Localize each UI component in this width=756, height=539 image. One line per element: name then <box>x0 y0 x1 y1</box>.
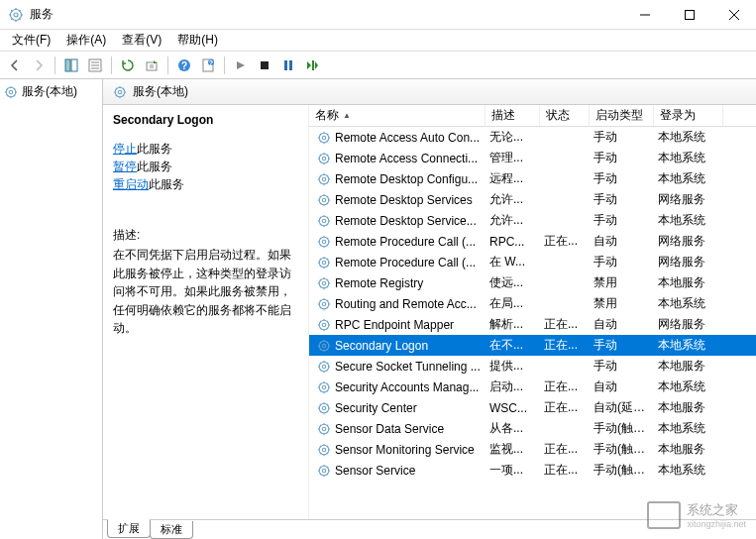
minimize-button[interactable] <box>622 0 667 29</box>
gear-icon <box>317 131 331 145</box>
column-name[interactable]: 名称▲ <box>309 105 486 126</box>
table-row[interactable]: Remote Procedure Call (...在 W...手动网络服务 <box>309 252 756 272</box>
service-name: Sensor Monitoring Service <box>335 443 475 457</box>
service-name: Remote Access Auto Con... <box>335 131 480 145</box>
table-row[interactable]: Secondary Logon在不...正在...手动本地系统 <box>309 335 756 356</box>
export-button[interactable] <box>141 54 162 76</box>
table-row[interactable]: Remote Procedure Call (...RPC...正在...自动网… <box>309 231 756 252</box>
svg-text:?: ? <box>209 59 213 66</box>
svg-rect-6 <box>147 62 157 70</box>
svg-rect-12 <box>284 60 287 70</box>
list-header: 服务(本地) <box>103 79 756 105</box>
stop-link[interactable]: 停止 <box>113 142 137 156</box>
gear-icon <box>317 443 331 457</box>
service-start-type: 手动 <box>590 191 654 208</box>
table-row[interactable]: Remote Desktop Service...允许...手动本地系统 <box>309 210 756 231</box>
tree-item-services-local[interactable]: 服务(本地) <box>0 81 102 102</box>
description-text: 在不同凭据下启用启动过程。如果此服务被停止，这种类型的登录访问将不可用。如果此服… <box>113 246 298 338</box>
service-logon-as: 本地系统 <box>654 337 723 354</box>
service-desc: 在不... <box>486 337 540 354</box>
service-start-type: 手动(触发... <box>590 420 654 437</box>
gear-icon <box>317 172 331 186</box>
service-name: Secondary Logon <box>335 339 428 353</box>
table-row[interactable]: Security Accounts Manag...启动...正在...自动本地… <box>309 377 756 397</box>
gear-icon <box>317 297 331 311</box>
watermark-logo-icon <box>647 501 681 529</box>
menubar: 文件(F) 操作(A) 查看(V) 帮助(H) <box>0 30 756 52</box>
menu-file[interactable]: 文件(F) <box>4 30 58 51</box>
maximize-button[interactable] <box>667 0 711 29</box>
table-row[interactable]: Remote Registry使远...禁用本地服务 <box>309 272 756 293</box>
service-logon-as: 网络服务 <box>654 254 723 270</box>
table-row[interactable]: Remote Desktop Configu...远程...手动本地系统 <box>309 168 756 189</box>
menu-action[interactable]: 操作(A) <box>58 30 114 51</box>
help-topic-button[interactable]: ? <box>197 54 219 76</box>
column-status[interactable]: 状态 <box>540 105 590 126</box>
gear-icon <box>317 256 331 270</box>
service-logon-as: 网络服务 <box>654 233 723 250</box>
tab-standard[interactable]: 标准 <box>150 521 193 539</box>
service-name: Remote Procedure Call (... <box>335 235 476 249</box>
table-row[interactable]: Security CenterWSC...正在...自动(延迟...本地服务 <box>309 397 756 418</box>
refresh-button[interactable] <box>117 54 139 76</box>
properties-button[interactable] <box>84 54 106 76</box>
watermark-text1: 系统之家 <box>687 501 746 519</box>
pause-service-button[interactable] <box>277 54 299 76</box>
service-start-type: 手动 <box>590 150 654 166</box>
column-headers: 名称▲ 描述 状态 启动类型 登录为 <box>309 105 756 127</box>
table-row[interactable]: RPC Endpoint Mapper解析...正在...自动网络服务 <box>309 314 756 335</box>
table-row[interactable]: Sensor Data Service从各...手动(触发...本地系统 <box>309 418 756 439</box>
menu-help[interactable]: 帮助(H) <box>169 30 226 51</box>
pause-link[interactable]: 暂停 <box>113 160 137 173</box>
table-row[interactable]: Remote Desktop Services允许...手动网络服务 <box>309 189 756 210</box>
help-button[interactable]: ? <box>173 54 195 76</box>
service-desc: 远程... <box>486 170 540 187</box>
service-logon-as: 本地服务 <box>654 274 723 291</box>
svg-text:?: ? <box>181 60 187 71</box>
service-desc: 一项... <box>486 462 540 479</box>
table-row[interactable]: Remote Access Auto Con...无论...手动本地系统 <box>309 127 756 148</box>
service-name: Sensor Service <box>335 464 415 478</box>
column-startup-type[interactable]: 启动类型 <box>590 105 654 126</box>
service-desc: 允许... <box>486 212 540 229</box>
show-hide-tree-button[interactable] <box>60 54 82 76</box>
service-desc: WSC... <box>486 401 540 415</box>
back-button[interactable] <box>4 54 26 76</box>
service-start-type: 手动 <box>590 358 654 375</box>
table-row[interactable]: Remote Access Connecti...管理...手动本地系统 <box>309 148 756 168</box>
svg-rect-3 <box>65 59 70 71</box>
tab-extended[interactable]: 扩展 <box>107 519 151 538</box>
service-name: Remote Access Connecti... <box>335 152 478 165</box>
watermark-text2: xitongzhijia.net <box>687 519 746 529</box>
table-row[interactable]: Sensor Service一项...正在...手动(触发...本地系统 <box>309 460 756 481</box>
column-logon-as[interactable]: 登录为 <box>654 105 723 126</box>
service-name: Routing and Remote Acc... <box>335 297 477 311</box>
service-status: 正在... <box>540 337 590 354</box>
start-service-button[interactable] <box>230 54 252 76</box>
table-row[interactable]: Sensor Monitoring Service监视...正在...手动(触发… <box>309 439 756 460</box>
stop-service-button[interactable] <box>254 54 275 76</box>
close-button[interactable] <box>711 0 756 29</box>
table-row[interactable]: Routing and Remote Acc...在局...禁用本地系统 <box>309 293 756 314</box>
sort-asc-icon: ▲ <box>343 111 351 120</box>
restart-service-button[interactable] <box>301 54 323 76</box>
service-start-type: 手动 <box>590 337 654 354</box>
service-start-type: 自动 <box>590 316 654 333</box>
service-status: 正在... <box>540 441 590 458</box>
forward-button[interactable] <box>28 54 50 76</box>
service-logon-as: 本地系统 <box>654 170 723 187</box>
restart-link[interactable]: 重启动 <box>113 177 149 191</box>
app-icon <box>8 7 24 23</box>
service-list[interactable]: Remote Access Auto Con...无论...手动本地系统Remo… <box>309 127 756 519</box>
service-logon-as: 本地系统 <box>654 378 723 395</box>
service-logon-as: 本地系统 <box>654 420 723 437</box>
service-name: Secure Socket Tunneling ... <box>335 360 481 374</box>
column-description[interactable]: 描述 <box>486 105 540 126</box>
service-logon-as: 网络服务 <box>654 316 723 333</box>
table-row[interactable]: Secure Socket Tunneling ...提供...手动本地服务 <box>309 356 756 377</box>
service-name: Remote Registry <box>335 276 423 290</box>
service-status: 正在... <box>540 316 590 333</box>
menu-view[interactable]: 查看(V) <box>114 30 169 51</box>
service-name: Remote Desktop Configu... <box>335 172 478 186</box>
service-name: Remote Desktop Services <box>335 193 473 207</box>
